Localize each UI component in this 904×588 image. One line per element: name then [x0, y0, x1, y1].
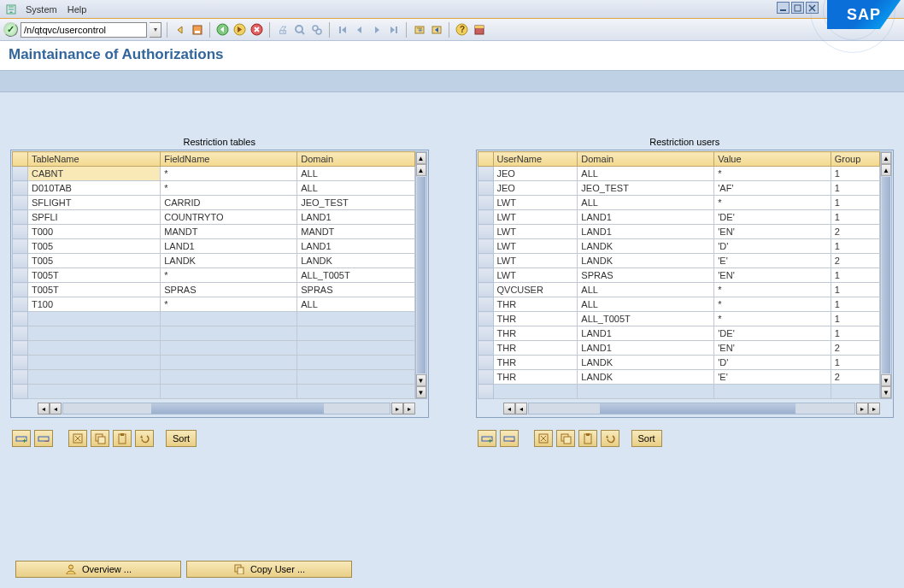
- scroll-down-icon[interactable]: ▼: [416, 386, 426, 398]
- cell[interactable]: ALL: [297, 297, 414, 312]
- cell[interactable]: COUNTRYTO: [161, 210, 297, 225]
- next-page-icon[interactable]: [369, 22, 384, 37]
- cancel-icon[interactable]: [249, 22, 264, 37]
- prev-page-icon[interactable]: [352, 22, 367, 37]
- cell[interactable]: [493, 385, 578, 399]
- row-selector[interactable]: [478, 356, 493, 370]
- scroll-right-icon[interactable]: ▸: [856, 403, 868, 415]
- sort-users-button[interactable]: Sort: [631, 430, 662, 447]
- cell[interactable]: SPRAS: [578, 268, 714, 283]
- scroll-first-icon[interactable]: ◂: [503, 403, 515, 415]
- th-fieldname[interactable]: FieldName: [161, 152, 297, 167]
- cell[interactable]: ALL_T005T: [297, 268, 414, 283]
- command-field[interactable]: [21, 22, 147, 38]
- cell[interactable]: LWT: [493, 268, 578, 283]
- cell[interactable]: LAND1: [578, 326, 714, 341]
- layout-icon[interactable]: [472, 22, 486, 37]
- cell[interactable]: LANDK: [297, 254, 414, 268]
- hscroll-thumb[interactable]: [151, 403, 324, 414]
- cell[interactable]: [161, 385, 297, 399]
- undo-button[interactable]: [135, 430, 154, 447]
- row-selector[interactable]: [13, 239, 28, 254]
- cell[interactable]: 1: [831, 297, 879, 312]
- cell[interactable]: [297, 356, 414, 370]
- cell[interactable]: [297, 341, 414, 356]
- row-selector[interactable]: [478, 239, 493, 254]
- first-page-icon[interactable]: [335, 22, 349, 37]
- scroll-up-icon[interactable]: ▲: [416, 164, 426, 176]
- cell[interactable]: LANDK: [578, 254, 714, 268]
- row-selector[interactable]: [13, 283, 28, 297]
- cell[interactable]: 2: [831, 225, 879, 239]
- th-group[interactable]: Group: [831, 152, 879, 167]
- cell[interactable]: ALL: [297, 181, 414, 196]
- cell[interactable]: JEO_TEST: [297, 196, 414, 210]
- cell[interactable]: ALL: [578, 283, 714, 297]
- scroll-down-icon[interactable]: ▼: [416, 374, 426, 386]
- enter-button[interactable]: ✓: [3, 22, 18, 37]
- cell[interactable]: 'E': [714, 254, 831, 268]
- cell[interactable]: THR: [493, 370, 578, 385]
- tables-vscroll[interactable]: ▲ ▲ ▼ ▼: [415, 151, 427, 399]
- sort-tables-button[interactable]: Sort: [166, 430, 197, 447]
- hscroll-thumb[interactable]: [600, 403, 795, 414]
- scroll-thumb[interactable]: [882, 177, 890, 373]
- insert-row-button[interactable]: +: [12, 430, 31, 447]
- cell[interactable]: [578, 385, 714, 399]
- scroll-last-icon[interactable]: ▸: [868, 403, 880, 415]
- cell[interactable]: 1: [831, 210, 879, 225]
- row-selector[interactable]: [478, 167, 493, 181]
- row-selector[interactable]: [478, 297, 493, 312]
- th-domain[interactable]: Domain: [578, 152, 714, 167]
- cell[interactable]: LAND1: [578, 341, 714, 356]
- cut-button[interactable]: [534, 430, 553, 447]
- cell[interactable]: 1: [831, 312, 879, 326]
- cell[interactable]: LWT: [493, 225, 578, 239]
- cell[interactable]: [297, 312, 414, 326]
- row-selector[interactable]: [13, 268, 28, 283]
- cell[interactable]: 1: [831, 167, 879, 181]
- cell[interactable]: LANDK: [578, 370, 714, 385]
- cell[interactable]: LWT: [493, 210, 578, 225]
- row-selector[interactable]: [13, 370, 28, 385]
- cell[interactable]: 1: [831, 181, 879, 196]
- cell[interactable]: 'EN': [714, 225, 831, 239]
- cell[interactable]: T005: [28, 239, 161, 254]
- cell[interactable]: 'D': [714, 239, 831, 254]
- row-selector[interactable]: [478, 196, 493, 210]
- th-domain[interactable]: Domain: [297, 152, 414, 167]
- menu-help[interactable]: Help: [62, 3, 92, 16]
- row-selector[interactable]: [13, 385, 28, 399]
- back-nav-icon[interactable]: [215, 22, 230, 37]
- cell[interactable]: *: [161, 297, 297, 312]
- cell[interactable]: 1: [831, 283, 879, 297]
- cell[interactable]: LWT: [493, 254, 578, 268]
- back-icon[interactable]: [173, 22, 187, 37]
- cell[interactable]: ALL: [297, 167, 414, 181]
- cell[interactable]: *: [714, 167, 831, 181]
- row-selector[interactable]: [13, 167, 28, 181]
- th-username[interactable]: UserName: [493, 152, 578, 167]
- cell[interactable]: LANDK: [578, 356, 714, 370]
- cell[interactable]: CABNT: [28, 167, 161, 181]
- cell[interactable]: T005T: [28, 268, 161, 283]
- cell[interactable]: 2: [831, 254, 879, 268]
- last-page-icon[interactable]: [386, 22, 401, 37]
- cell[interactable]: ALL_T005T: [578, 312, 714, 326]
- cell[interactable]: THR: [493, 326, 578, 341]
- maximize-icon[interactable]: [791, 2, 804, 14]
- cell[interactable]: 1: [831, 268, 879, 283]
- scroll-up-icon[interactable]: ▲: [416, 152, 426, 164]
- cell[interactable]: [161, 326, 297, 341]
- cell[interactable]: 1: [831, 196, 879, 210]
- cell[interactable]: T005T: [28, 283, 161, 297]
- cell[interactable]: [28, 385, 161, 399]
- row-selector[interactable]: [478, 312, 493, 326]
- cell[interactable]: *: [161, 268, 297, 283]
- cell[interactable]: 'D': [714, 356, 831, 370]
- row-selector[interactable]: [478, 341, 493, 356]
- scroll-thumb[interactable]: [417, 177, 426, 373]
- cell[interactable]: LANDK: [578, 239, 714, 254]
- cell[interactable]: *: [714, 297, 831, 312]
- row-selector[interactable]: [478, 225, 493, 239]
